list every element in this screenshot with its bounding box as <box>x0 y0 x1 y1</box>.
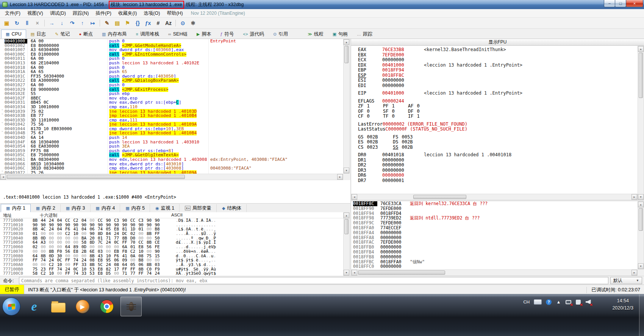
dump-row[interactable]: 7771003001000000C21000908D8424DC02008BFF… <box>0 232 343 236</box>
tab-memory-内存 3[interactable]: ▦内存 3 <box>61 204 91 212</box>
scroll-left-icon[interactable]: ◄ <box>352 270 357 275</box>
disassembly-hscrollbar[interactable]: ◄ ► <box>0 174 343 180</box>
disasm-row[interactable]: 004010276A 00push 0 <box>0 83 343 87</box>
tab-watch-监视 1[interactable]: ◉监视 1 <box>150 204 180 212</box>
hash-button[interactable]: # <box>153 19 163 28</box>
patch-button[interactable]: ✎ <box>102 19 112 28</box>
register-row[interactable]: EAX76CE33B8<kernel32.BaseThreadInitThunk… <box>358 47 638 53</box>
start-button[interactable] <box>2 297 20 316</box>
disasm-row[interactable]: 004010006A 00push 0EntryPoint <box>0 39 343 44</box>
tab-locals-局部变量[interactable]: x=局部变量 <box>180 204 217 212</box>
register-row[interactable]: LastError00000002 (ERROR_FILE_NOT_FOUND) <box>358 122 638 127</box>
registers-view[interactable]: EAX76CE33B8<kernel32.BaseThreadInitThunk… <box>351 46 638 194</box>
maximize-button[interactable]: □ <box>615 0 626 7</box>
menu-item-调试(D)[interactable]: 调试(D) <box>47 9 69 18</box>
register-row[interactable]: CF0TF0IF1 <box>358 114 638 119</box>
register-row[interactable]: CS0023SS002B <box>358 145 638 150</box>
command-syntax-dropdown[interactable]: 默认 ▼ <box>610 277 642 284</box>
stack-row[interactable]: 0018FFA400000000 <box>351 230 638 235</box>
tab-cpu[interactable]: ▦CPU <box>1 30 26 39</box>
dump-row[interactable]: 777100008B442404CCC20400CC90C390CCC39090… <box>0 218 343 223</box>
scope-button[interactable]: {} <box>133 19 142 28</box>
x32dbg-taskbar-button[interactable] <box>120 297 142 316</box>
register-row[interactable]: ES002BDS002B <box>358 140 638 145</box>
scroll-thumb[interactable] <box>413 195 466 199</box>
stack-row[interactable]: 0018FFA0774ECCEF <box>351 226 638 230</box>
restart-button[interactable]: ↻ <box>12 19 22 28</box>
tab-handles[interactable]: ▣句柄 <box>328 30 352 39</box>
case-button[interactable]: Az <box>164 19 173 28</box>
register-row[interactable]: ZF1PF1AF0 <box>358 104 638 109</box>
menu-item-收藏夹(I)[interactable]: 收藏夹(I) <box>115 9 140 18</box>
menu-item-视图(V)[interactable]: 视图(V) <box>24 9 47 18</box>
open-file-button[interactable]: ▣ <box>2 19 11 28</box>
stack-view[interactable]: 0018FF8C76CE33CA返回到 kernel32.76CE33CA 自 … <box>351 201 638 269</box>
scroll-left-icon[interactable]: ◄ <box>352 194 357 200</box>
volume-icon[interactable]: ✕ <box>585 298 591 306</box>
disasm-row[interactable]: 00401029E8 90000000call <JMP.&ExitProces… <box>0 87 343 92</box>
disasm-row[interactable]: 0040100CE8 D1000000call <JMP.&InitCommon… <box>0 52 343 57</box>
disasm-row[interactable]: 0040101368 2E104000push leccion 13 hardc… <box>0 61 343 65</box>
register-row[interactable]: OF0SF0DF0 <box>358 109 638 114</box>
dump-row[interactable]: 777100C058C21000FF743353E8D5007177FF7424… <box>0 271 343 276</box>
tab-struct-结构体[interactable]: ◆结构体 <box>217 204 247 212</box>
menu-item-选项(O)[interactable]: 选项(O) <box>140 9 163 18</box>
register-row[interactable]: LastStatusC000000F (STATUS_NO_SUCH_FILE) <box>358 127 638 132</box>
tab-call-stack[interactable]: ≡调用堆栈 <box>131 30 164 39</box>
tab-memory-map[interactable]: ▥内存布局 <box>97 30 131 39</box>
register-row[interactable]: DR700000001 <box>358 178 638 184</box>
scroll-right-icon[interactable]: ► <box>631 270 637 275</box>
tab-references[interactable]: ⊙引用 <box>269 30 292 39</box>
register-row[interactable]: EFLAGS00000244 <box>358 99 638 104</box>
taskbar-clock[interactable]: 14:54 2020/12/3 <box>612 297 633 312</box>
step-over-button[interactable]: ↷ <box>67 19 77 28</box>
function-button[interactable]: ƒx <box>143 19 153 28</box>
disasm-row[interactable]: ˇ0040104B75 67jne leccion 13 hardcoded 1… <box>0 131 343 135</box>
command-input[interactable] <box>19 277 608 284</box>
label-button[interactable]: ⚑ <box>123 19 132 28</box>
title-bar[interactable]: Leccion 13 HARDCODED 1 .exe - PID: 1456 … <box>0 0 644 9</box>
stack-row[interactable]: 0018FF907EFDE000 <box>351 206 638 211</box>
execute-till-return-button[interactable]: ↦ <box>88 19 97 28</box>
registers-vscrollbar[interactable]: ▲ ▼ <box>638 46 644 200</box>
stack-row[interactable]: 0018FFB800000000 <box>351 255 638 260</box>
keyboard-icon[interactable] <box>534 298 542 306</box>
scroll-up-icon[interactable]: ▲ <box>638 202 644 207</box>
scroll-thumb[interactable] <box>639 53 643 98</box>
disassembly-view[interactable]: 004010006A 00push 0EntryPoint00401002E8 … <box>0 39 343 174</box>
scroll-up-icon[interactable]: ▲ <box>344 39 349 45</box>
scroll-thumb[interactable] <box>344 46 349 63</box>
scroll-thumb[interactable] <box>7 175 185 179</box>
scroll-thumb[interactable] <box>358 271 445 275</box>
registers-hscrollbar[interactable]: ◄ ► <box>351 194 638 200</box>
hardware-device-icon[interactable]: ✕ <box>575 298 581 306</box>
tab-memory-内存 1[interactable]: ▦内存 1 <box>1 204 31 212</box>
tab-memory-内存 2[interactable]: ▦内存 2 <box>31 204 61 212</box>
tab-log[interactable]: ▤日志 <box>26 30 50 39</box>
help-icon[interactable]: ? <box>546 298 552 306</box>
register-row[interactable]: ESI00000000 <box>358 78 638 83</box>
disassembly-vscrollbar[interactable]: ▲ ▼ <box>343 39 350 174</box>
show-desktop-button[interactable] <box>639 294 644 336</box>
disasm-row[interactable]: 004010343D 10010000cmp eax,110 <box>0 105 343 109</box>
register-row[interactable]: EDX00401000<leccion 13 hardcoded 1 .Entr… <box>358 63 638 68</box>
dump-row[interactable]: 777100A00000C21000FF338B5C24086405068B03… <box>0 263 343 267</box>
windows-explorer-taskbar-button[interactable] <box>48 297 69 316</box>
scroll-up-icon[interactable]: ▲ <box>638 46 644 52</box>
scroll-left-icon[interactable]: ◄ <box>0 174 6 180</box>
register-row[interactable]: EDI00000000 <box>358 83 638 89</box>
stack-row[interactable]: 0018FF8C76CE33CA返回到 kernel32.76CE33CA 自 … <box>351 201 638 206</box>
chrome-taskbar-button[interactable] <box>96 297 117 316</box>
stack-hscrollbar[interactable]: ◄ ► <box>351 269 638 276</box>
menu-item-跟踪(N)[interactable]: 跟踪(N) <box>69 9 92 18</box>
tab-notes[interactable]: ✎笔记 <box>50 30 74 39</box>
register-row[interactable]: GS002BFS0053 <box>358 135 638 140</box>
tab-seh[interactable]: ∞SEH链 <box>164 30 192 39</box>
close-process-button[interactable]: × <box>33 19 42 28</box>
show-hidden-icons-icon[interactable]: ▲ <box>556 298 561 306</box>
settings-button[interactable]: ✱ <box>188 19 198 28</box>
pause-button[interactable]: ‖ <box>22 19 32 28</box>
comment-button[interactable]: ▤ <box>113 19 122 28</box>
register-row[interactable]: EIP00401000<leccion 13 hardcoded 1 .Entr… <box>358 91 638 96</box>
tab-breakpoints[interactable]: ●断点 <box>74 30 97 39</box>
